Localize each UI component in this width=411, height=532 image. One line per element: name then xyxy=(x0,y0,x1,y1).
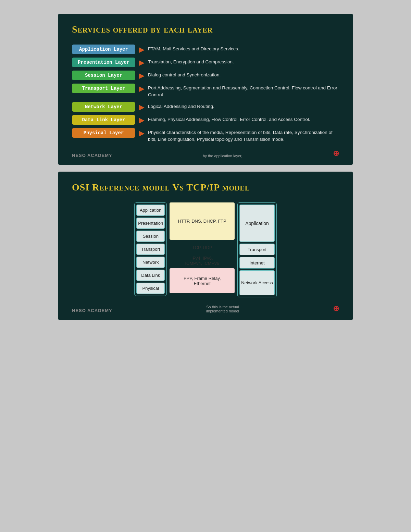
slide2-logo: ⊕ xyxy=(333,304,339,313)
layer-rows: Application Layer ▶ FTAM, Mail Services … xyxy=(72,45,339,143)
layer-row-presentation: Presentation Layer ▶ Translation, Encryp… xyxy=(72,58,339,67)
layer-row-physical: Physical Layer ▶ Physical characteristic… xyxy=(72,128,339,143)
slide2-brand: NESO ACADEMY xyxy=(72,308,112,313)
slide1-title: Services offered by each layer xyxy=(72,24,339,35)
badge-network: Network Layer xyxy=(72,102,135,112)
slide1-caption: by the application layer, xyxy=(203,154,242,158)
osi-physical: Physical xyxy=(136,283,165,294)
osi-network: Network xyxy=(136,257,165,268)
mid-ipv4: IPv4, IPv6,ICMPv4, ICMPv6 xyxy=(170,255,235,267)
mid-ppp: PPP, Frame Relay,Ethernet xyxy=(170,268,235,293)
middle-column: HTTP, DNS, DHCP, FTP TCP, UDP IPv4, IPv6… xyxy=(170,202,235,293)
badge-physical: Physical Layer xyxy=(72,128,135,138)
layer-row-network: Network Layer ▶ Logical Addressing and R… xyxy=(72,102,339,112)
badge-session: Session Layer xyxy=(72,71,135,80)
desc-datalink: Framing, Physical Addressing, Flow Contr… xyxy=(148,115,310,123)
slide2-caption: So this is the actualimplemented model xyxy=(206,305,239,313)
slide-2: OSI Reference model Vs TCP/IP model Appl… xyxy=(58,172,353,320)
tcp-network-access: Network Access xyxy=(239,270,274,295)
desc-transport: Port Addressing, Segmentation and Reasse… xyxy=(148,84,339,99)
osi-application: Application xyxy=(136,205,165,216)
arrow-transport: ▶ xyxy=(139,84,145,93)
slide1-brand: NESO ACADEMY xyxy=(72,153,112,158)
arrow-session: ▶ xyxy=(139,71,145,80)
desc-physical: Physical characteristics of the media, R… xyxy=(148,128,339,143)
badge-presentation: Presentation Layer xyxy=(72,58,135,67)
slide2-title: OSI Reference model Vs TCP/IP model xyxy=(72,182,339,193)
desc-presentation: Translation, Encryption and Compression. xyxy=(148,58,234,65)
layer-row-application: Application Layer ▶ FTAM, Mail Services … xyxy=(72,45,339,54)
layer-row-datalink: Data Link Layer ▶ Framing, Physical Addr… xyxy=(72,115,339,125)
badge-datalink: Data Link Layer xyxy=(72,115,135,125)
arrow-physical: ▶ xyxy=(139,129,145,138)
layer-row-session: Session Layer ▶ Dialog control and Synch… xyxy=(72,71,339,80)
mid-tcp: TCP, UDP xyxy=(170,242,235,253)
slide1-footer: NESO ACADEMY by the application layer, ⊕ xyxy=(72,149,339,158)
tcp-internet: Internet xyxy=(239,257,274,269)
osi-presentation: Presentation xyxy=(136,218,165,229)
arrow-presentation: ▶ xyxy=(139,58,145,67)
badge-application: Application Layer xyxy=(72,45,135,54)
slide2-footer: NESO ACADEMY So this is the actualimplem… xyxy=(72,304,339,313)
comparison-wrapper: Application Presentation Session Transpo… xyxy=(72,202,339,297)
slide-1: Services offered by each layer Applicati… xyxy=(58,14,353,165)
arrow-datalink: ▶ xyxy=(139,116,145,125)
badge-transport: Transport Layer xyxy=(72,84,135,93)
slide1-logo: ⊕ xyxy=(333,149,339,158)
osi-datalink: Data Link xyxy=(136,270,165,281)
tcp-column: Application Transport Internet Network A… xyxy=(237,202,276,297)
desc-network: Logical Addressing and Routing. xyxy=(148,102,214,110)
arrow-application: ▶ xyxy=(139,45,145,54)
mid-http: HTTP, DNS, DHCP, FTP xyxy=(170,202,235,240)
osi-column: Application Presentation Session Transpo… xyxy=(134,202,167,296)
tcp-transport: Transport xyxy=(239,244,274,255)
tcp-application: Application xyxy=(239,205,274,242)
desc-application: FTAM, Mail Services and Directory Servic… xyxy=(148,45,239,52)
layer-row-transport: Transport Layer ▶ Port Addressing, Segme… xyxy=(72,84,339,99)
desc-session: Dialog control and Synchronization. xyxy=(148,71,221,78)
osi-transport: Transport xyxy=(136,244,165,255)
arrow-network: ▶ xyxy=(139,103,145,112)
osi-session: Session xyxy=(136,231,165,242)
